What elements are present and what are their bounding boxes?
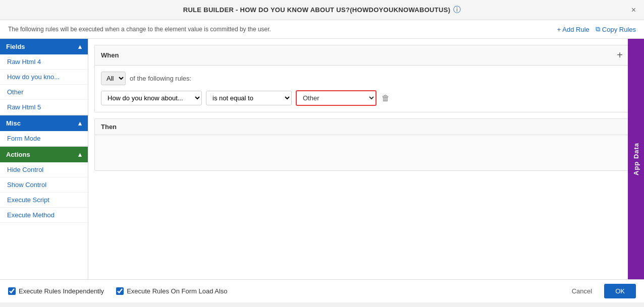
sidebar-item-execute-script[interactable]: Execute Script bbox=[0, 193, 88, 208]
all-select[interactable]: All bbox=[101, 72, 126, 85]
then-header: Then bbox=[95, 119, 637, 135]
execute-on-load-text: Execute Rules On Form Load Also bbox=[127, 287, 227, 295]
sidebar: Fields Raw Html 4 How do you kno... Othe… bbox=[0, 39, 88, 279]
info-icon[interactable]: ⓘ bbox=[453, 5, 461, 15]
sidebar-item[interactable]: Other bbox=[0, 85, 88, 100]
execute-on-load-checkbox[interactable] bbox=[116, 287, 124, 295]
sidebar-misc-label: Misc bbox=[6, 119, 21, 127]
close-button[interactable]: × bbox=[631, 6, 636, 15]
footer-left: Execute Rules Independently Execute Rule… bbox=[8, 287, 228, 295]
right-panel: When + All of the following rules: How d… bbox=[88, 39, 644, 279]
delete-condition-icon[interactable]: 🗑 bbox=[381, 93, 391, 104]
copy-rules-label: Copy Rules bbox=[602, 26, 636, 33]
subtitle-actions: + Add Rule ⧉ Copy Rules bbox=[557, 25, 636, 33]
add-condition-btn[interactable]: + bbox=[617, 49, 623, 61]
add-rule-button[interactable]: + Add Rule bbox=[557, 26, 589, 33]
sidebar-actions-label: Actions bbox=[6, 151, 30, 158]
sidebar-item[interactable]: How do you kno... bbox=[0, 70, 88, 85]
sidebar-item-show-control[interactable]: Show Control bbox=[0, 177, 88, 193]
subtitle-bar: The following rules will be executed whe… bbox=[0, 20, 644, 39]
footer-right: Cancel OK bbox=[565, 284, 636, 298]
sidebar-item-execute-method[interactable]: Execute Method bbox=[0, 208, 88, 223]
sidebar-actions-header[interactable]: Actions bbox=[0, 147, 88, 162]
app-data-label: App Data bbox=[632, 143, 640, 175]
copy-icon: ⧉ bbox=[596, 25, 600, 33]
then-body bbox=[95, 135, 637, 170]
execute-independently-text: Execute Rules Independently bbox=[19, 287, 104, 295]
title-text: RULE BUILDER - HOW DO YOU KNOW ABOUT US?… bbox=[183, 6, 451, 14]
of-following-rules-text: of the following rules: bbox=[130, 75, 191, 82]
when-section: When + All of the following rules: How d… bbox=[94, 45, 638, 112]
main-layout: Fields Raw Html 4 How do you kno... Othe… bbox=[0, 39, 644, 279]
footer: Execute Rules Independently Execute Rule… bbox=[0, 279, 644, 302]
when-label: When bbox=[101, 51, 119, 59]
sidebar-fields-header[interactable]: Fields bbox=[0, 39, 88, 54]
title-bar: RULE BUILDER - HOW DO YOU KNOW ABOUT US?… bbox=[0, 0, 644, 20]
fields-collapse-icon bbox=[78, 43, 82, 50]
execute-independently-checkbox[interactable] bbox=[8, 287, 16, 295]
condition-row: How do you know about... is not equal to… bbox=[101, 90, 631, 106]
execute-on-load-label[interactable]: Execute Rules On Form Load Also bbox=[116, 287, 227, 295]
sidebar-misc-header[interactable]: Misc bbox=[0, 115, 88, 131]
subtitle-text: The following rules will be executed whe… bbox=[8, 26, 271, 33]
execute-independently-label[interactable]: Execute Rules Independently bbox=[8, 287, 104, 295]
condition-operator-select[interactable]: is not equal to bbox=[206, 91, 292, 105]
app-data-panel[interactable]: App Data bbox=[628, 39, 644, 279]
sidebar-item[interactable]: Raw Html 4 bbox=[0, 54, 88, 70]
misc-collapse-icon bbox=[78, 119, 82, 127]
sidebar-item[interactable]: Form Mode bbox=[0, 131, 88, 146]
when-row: All of the following rules: bbox=[101, 72, 631, 85]
actions-collapse-icon bbox=[78, 151, 82, 158]
then-section: Then bbox=[94, 118, 638, 171]
when-body: All of the following rules: How do you k… bbox=[95, 66, 637, 112]
sidebar-fields-label: Fields bbox=[6, 43, 25, 50]
condition-value-select[interactable]: Other bbox=[296, 90, 377, 106]
condition-field-select[interactable]: How do you know about... bbox=[101, 91, 202, 105]
copy-rules-button[interactable]: ⧉ Copy Rules bbox=[596, 25, 636, 33]
when-header: When + bbox=[95, 45, 637, 66]
sidebar-item-hide-control[interactable]: Hide Control bbox=[0, 162, 88, 177]
cancel-button[interactable]: Cancel bbox=[565, 284, 599, 298]
then-label: Then bbox=[101, 123, 117, 131]
ok-button[interactable]: OK bbox=[604, 284, 636, 298]
sidebar-item[interactable]: Raw Html 5 bbox=[0, 100, 88, 115]
